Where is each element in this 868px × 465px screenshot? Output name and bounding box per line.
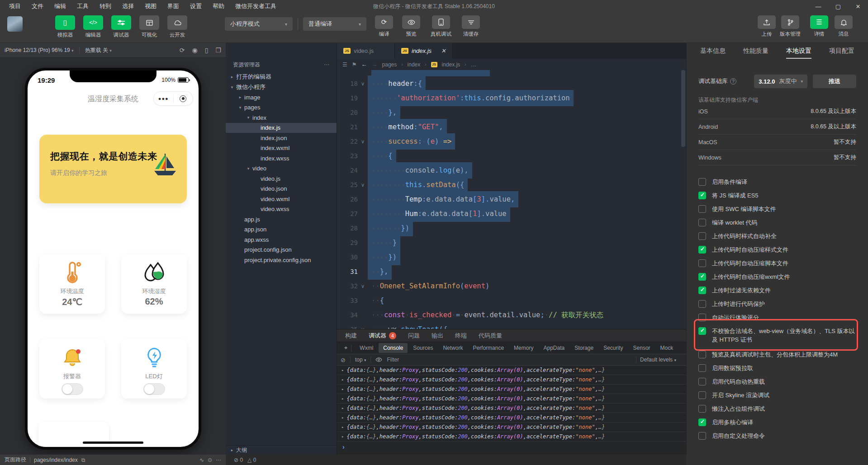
fold-icon[interactable]: ∨ <box>358 279 368 293</box>
option-row[interactable]: 自动运行体验评分 <box>698 311 856 324</box>
visibility-icon[interactable]: ⊙ <box>208 457 212 463</box>
menu-item[interactable]: 帮助 <box>208 1 229 12</box>
tree-item[interactable]: index.wxml <box>226 143 337 154</box>
led-card[interactable]: LED灯 <box>121 339 187 399</box>
console-log-row[interactable]: ▸{data: {…}, header: Proxy, statusCode: … <box>337 366 686 375</box>
more-icon[interactable]: ●●● <box>154 96 173 101</box>
inspect-element-icon[interactable]: ⌖ <box>341 344 351 352</box>
menu-item[interactable]: 界面 <box>163 1 184 12</box>
breadcrumb-index[interactable]: index <box>408 61 421 68</box>
visualizer-toggle-button[interactable]: 可视化 <box>138 15 161 38</box>
checkbox[interactable] <box>698 351 706 358</box>
banner-card[interactable]: 把握现在，就是创造未来 请开启你的学习之旅 <box>39 135 187 203</box>
debugger-tab[interactable]: 构建 <box>345 332 357 340</box>
tree-item[interactable]: ▾ video <box>226 164 337 174</box>
checkbox[interactable] <box>698 192 706 199</box>
checkbox[interactable] <box>698 178 706 186</box>
tree-item[interactable]: ▾ 微信小程序 <box>226 82 337 93</box>
option-row[interactable]: 上传代码时自动压缩脚本文件 <box>698 257 856 270</box>
device-frame-icon[interactable]: ▯ <box>205 47 209 54</box>
console-prompt[interactable]: › <box>337 442 686 452</box>
compile-button[interactable]: ⟳ 编译 <box>372 15 396 38</box>
live-expression-eye-icon[interactable] <box>375 357 382 362</box>
debugger-tab[interactable]: 输出 <box>432 332 443 340</box>
fold-icon[interactable]: ∨ <box>358 322 368 329</box>
home-indicator[interactable] <box>83 442 143 444</box>
devtools-tab[interactable]: Mock <box>656 343 678 353</box>
push-button[interactable]: 推送 <box>813 75 856 88</box>
back-icon[interactable]: ← <box>361 61 367 68</box>
help-icon[interactable]: ? <box>730 78 736 85</box>
option-row[interactable]: 启用条件编译 <box>698 175 856 189</box>
option-row[interactable]: 预览及真机调试时主包、分包体积上限调整为4M <box>698 348 856 362</box>
fold-icon[interactable]: ∨ <box>358 134 368 149</box>
console-log-row[interactable]: ▸{data: {…}, header: Proxy, statusCode: … <box>337 394 686 404</box>
settings-tab[interactable]: 基本信息 <box>700 47 726 59</box>
tree-item[interactable]: app.wxss <box>226 235 337 245</box>
tree-item[interactable]: video.wxss <box>226 204 337 215</box>
console-log-row[interactable]: ▸{data: {…}, header: Proxy, statusCode: … <box>337 423 686 432</box>
breadcrumb-file[interactable]: index.js <box>442 61 460 68</box>
checkbox[interactable] <box>698 273 706 281</box>
context-select[interactable]: top ▾ <box>355 357 366 363</box>
console-log-list[interactable]: ▸{data: {…}, header: Proxy, statusCode: … <box>337 366 686 442</box>
alarm-card[interactable]: 报警器 <box>39 339 105 399</box>
filter-input[interactable]: Filter <box>387 357 399 363</box>
option-row[interactable]: 上传代码时自动压缩wxml文件 <box>698 270 856 284</box>
console-log-row[interactable]: ▸{data: {…}, header: Proxy, statusCode: … <box>337 432 686 442</box>
debugger-tab[interactable]: 调试器4 <box>369 332 396 340</box>
debugger-tab[interactable]: 代码质量 <box>479 332 502 340</box>
option-row[interactable]: 启用自定义处理命令 <box>698 429 856 443</box>
close-tab-icon[interactable]: ✕ <box>436 47 446 54</box>
remote-debug-button[interactable]: 真机调试 <box>426 15 456 38</box>
menu-item[interactable]: 编辑 <box>50 1 71 12</box>
debugger-toggle-button[interactable]: 调试器 <box>109 15 133 38</box>
option-row[interactable]: 启用代码自动热重载 <box>698 375 856 389</box>
checkbox[interactable] <box>698 405 706 413</box>
compile-mode-select[interactable]: 普通编译 ▾ <box>303 17 366 31</box>
more-icon[interactable]: ⋯ <box>216 457 221 463</box>
preview-button[interactable]: 预览 <box>399 15 423 38</box>
checkbox[interactable] <box>698 391 706 399</box>
menu-item[interactable]: 选择 <box>118 1 138 12</box>
vibrate-icon[interactable]: ∿ <box>199 457 204 463</box>
mode-select[interactable]: 小程序模式 ▾ <box>225 17 293 31</box>
simulator-toggle-button[interactable]: ▯ 模拟器 <box>53 15 77 38</box>
version-control-button[interactable]: 版本管理 <box>776 15 804 38</box>
tree-item[interactable]: video.js <box>226 174 337 184</box>
devtools-tab[interactable]: AppData <box>539 343 569 353</box>
tree-item[interactable]: app.js <box>226 214 337 225</box>
alarm-toggle[interactable] <box>62 383 83 395</box>
option-row[interactable]: 不校验合法域名、web-view（业务域名）、TLS 版本以及 HTTPS 证书 <box>698 324 856 348</box>
tab-video-js[interactable]: JS video.js <box>337 43 395 59</box>
checkbox[interactable] <box>698 418 706 426</box>
log-levels-select[interactable]: Default levels ▾ <box>640 357 676 363</box>
settings-tab[interactable]: 性能质量 <box>743 47 768 59</box>
humidity-card[interactable]: 环境湿度 62% <box>121 254 187 314</box>
option-row[interactable]: 启用数据预拉取 <box>698 362 856 375</box>
console-log-row[interactable]: ▸{data: {…}, header: Proxy, statusCode: … <box>337 413 686 423</box>
fold-icon[interactable]: ∨ <box>358 76 368 91</box>
tree-item[interactable]: index.wxss <box>226 153 337 164</box>
maximize-button[interactable]: ▢ <box>828 0 848 13</box>
console-log-row[interactable]: ▸{data: {…}, header: Proxy, statusCode: … <box>337 375 686 385</box>
fold-icon[interactable]: ∨ <box>358 178 368 192</box>
clear-cache-button[interactable]: 清缓存 <box>459 15 483 38</box>
option-row[interactable]: 上传时进行代码保护 <box>698 297 856 311</box>
option-row[interactable]: 使用 SWC 编译脚本文件 <box>698 202 856 216</box>
screenshot-icon[interactable]: ◉ <box>192 47 198 54</box>
menu-item[interactable]: 微信开发者工具 <box>231 1 281 12</box>
tree-item[interactable]: video.wxml <box>226 194 337 204</box>
devtools-tab[interactable]: Wxml <box>355 343 378 353</box>
editor-toggle-button[interactable]: </> 编辑器 <box>81 15 105 38</box>
forward-icon[interactable]: → <box>372 61 378 68</box>
temperature-card[interactable]: 环境温度 24℃ <box>39 254 105 314</box>
menu-item[interactable]: 转到 <box>95 1 116 12</box>
settings-tab[interactable]: 本地设置 <box>786 47 811 59</box>
breadcrumb-symbol[interactable]: … <box>471 61 476 68</box>
devtools-tab[interactable]: Performance <box>468 343 508 353</box>
debugger-tab[interactable]: 问题 <box>408 332 420 340</box>
checkbox[interactable] <box>698 327 706 335</box>
copy-icon[interactable]: ⧉ <box>81 457 85 463</box>
details-button[interactable]: ☰ 详情 <box>807 15 831 38</box>
